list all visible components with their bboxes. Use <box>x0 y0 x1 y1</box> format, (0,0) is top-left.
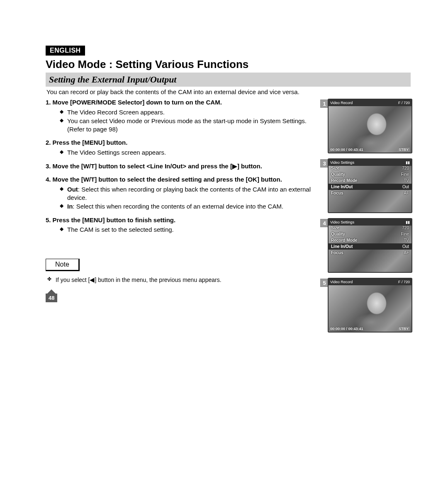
step-title: Move [POWER/MODE Selector] down to turn … <box>53 99 222 106</box>
step-bullet: The Video Settings screen appears. <box>60 148 320 157</box>
step-5: 5.Press the [MENU] button to finish sett… <box>46 216 320 234</box>
menu-key: Line In/Out <box>331 244 353 249</box>
screenshot-3: 3 Video Settings ▮▮ Size720 QualityFine … <box>328 158 411 213</box>
screenshot-number: 4 <box>320 219 329 227</box>
step-title: Press the [MENU] button to finish settin… <box>53 216 176 223</box>
menu-row: FocusAF <box>329 190 411 196</box>
step-2: 2.Press the [MENU] button. The Video Set… <box>46 139 320 156</box>
step-bullet: In: Select this when recording the conte… <box>60 202 320 211</box>
section-heading: Setting the External Input/Output <box>46 73 411 87</box>
screenshots-column: 1 Video Record F / 720 00:00:00 / 00:43:… <box>328 99 411 337</box>
screenshot-5: 5 Video Record F / 720 00:00:00 / 00:43:… <box>328 278 411 333</box>
screenshot-number: 1 <box>320 100 329 108</box>
step-bullet: You can select Video mode or Previous mo… <box>60 117 320 133</box>
menu-row: QualityFine <box>329 171 411 177</box>
screen-badge: F / 720 <box>398 280 410 284</box>
page-number-badge: 48 <box>46 294 57 302</box>
step-bullet: The CAM is set to the selected setting. <box>60 226 320 234</box>
screenshot-number: 3 <box>320 159 329 168</box>
battery-icon: ▮▮ <box>406 160 410 165</box>
note-item: If you select [◀] button in the menu, th… <box>47 276 320 284</box>
preview-image <box>329 284 411 332</box>
step-1: 1.Move [POWER/MODE Selector] down to tur… <box>46 99 320 133</box>
menu-rows: Size720 QualityFine Record ModeTV Line I… <box>329 225 411 256</box>
screenshot-1: 1 Video Record F / 720 00:00:00 / 00:43:… <box>328 99 411 153</box>
step-bullet: The Video Record Screen appears. <box>60 108 320 117</box>
step-3: 3.Move the [W/T] button to select <Line … <box>46 163 320 170</box>
menu-row: Size720 <box>329 225 411 231</box>
instructions-column: 1.Move [POWER/MODE Selector] down to tur… <box>46 99 320 337</box>
menu-val: AF <box>404 250 409 255</box>
menu-key: Record Mode <box>331 178 357 183</box>
menu-val: 720 <box>402 166 409 170</box>
menu-key: Size <box>331 226 339 230</box>
timecode: 00:00:00 / 00:43:41 <box>330 148 363 152</box>
screen-title: Video Settings <box>330 160 354 165</box>
menu-val: Fine <box>401 172 409 177</box>
right-arrow-icon: ▶ <box>232 163 237 170</box>
left-arrow-icon: ◀ <box>90 276 95 284</box>
menu-key: Quality <box>331 232 345 236</box>
battery-icon: ▮▮ <box>406 220 410 224</box>
menu-key: Size <box>331 166 339 170</box>
menu-val: TV <box>404 178 409 183</box>
menu-row: QualityFine <box>329 231 411 237</box>
menu-val: Out <box>402 185 409 189</box>
menu-row: FocusAF <box>329 250 411 256</box>
step-number: 1. <box>46 99 51 106</box>
screen-title: Video Record <box>330 280 353 284</box>
menu-key: Focus <box>331 191 343 195</box>
menu-key: Focus <box>331 250 343 255</box>
steps-list: 1.Move [POWER/MODE Selector] down to tur… <box>46 99 320 234</box>
page-title: Video Mode : Setting Various Functions <box>46 58 411 71</box>
step-title-pre: Move the [W/T] button to select <Line In… <box>53 163 232 170</box>
screen-title: Video Record <box>330 101 353 105</box>
step-title-post: ] button. <box>237 163 262 170</box>
screenshot-number: 5 <box>320 279 329 287</box>
note-text-post: ] button in the menu, the previous menu … <box>95 277 221 283</box>
step-bullet: Out: Select this when recording or playi… <box>60 185 320 202</box>
screen-title: Video Settings <box>330 220 354 224</box>
step-number: 2. <box>46 139 51 146</box>
preview-image <box>329 105 411 153</box>
menu-row: Size720 <box>329 165 411 171</box>
status-badge: STBY <box>397 327 410 331</box>
option-text: : Select this when recording or playing … <box>67 186 311 201</box>
menu-key: Record Mode <box>331 238 357 243</box>
menu-row-highlighted: Line In/OutOut <box>329 184 411 190</box>
menu-row: Record ModeTV <box>329 237 411 243</box>
option-label: In <box>67 203 73 210</box>
note-text-pre: If you select [ <box>56 277 90 283</box>
step-number: 3. <box>46 163 51 170</box>
status-badge: STBY <box>397 148 410 152</box>
step-title: Press the [MENU] button. <box>53 139 128 146</box>
menu-val: Out <box>402 244 409 249</box>
screenshot-4: 4 Video Settings ▮▮ Size720 QualityFine … <box>328 218 411 273</box>
screen-badge: F / 720 <box>398 101 410 105</box>
step-number: 5. <box>46 216 51 223</box>
menu-val: AF <box>404 191 409 195</box>
menu-row: Record ModeTV <box>329 177 411 184</box>
note-heading: Note <box>46 259 80 271</box>
step-title: Move the [W/T] button to select the desi… <box>53 176 282 183</box>
menu-key: Line In/Out <box>331 185 353 189</box>
menu-val: 720 <box>402 226 409 230</box>
menu-key: Quality <box>331 172 345 177</box>
step-4: 4.Move the [W/T] button to select the de… <box>46 176 320 210</box>
language-badge: ENGLISH <box>46 46 85 56</box>
menu-rows: Size720 QualityFine Record ModeTV Line I… <box>329 165 411 196</box>
option-label: Out <box>67 186 78 193</box>
step-number: 4. <box>46 176 51 183</box>
intro-text: You can record or play back the contents… <box>46 88 411 95</box>
menu-val: TV <box>404 238 409 243</box>
timecode: 00:00:00 / 00:43:41 <box>330 327 363 331</box>
option-text: : Select this when recording the content… <box>73 203 283 210</box>
menu-row-highlighted: Line In/OutOut <box>329 243 411 250</box>
menu-val: Fine <box>401 232 409 236</box>
